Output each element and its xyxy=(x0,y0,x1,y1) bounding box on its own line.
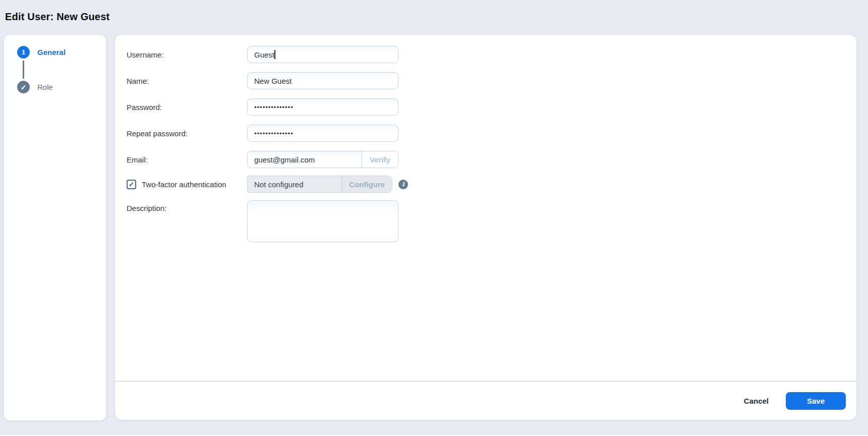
username-row: Username: xyxy=(127,46,845,63)
stepper-step-general[interactable]: 1 General xyxy=(17,46,106,59)
verify-button[interactable]: Verify xyxy=(362,151,398,168)
check-icon: ✓ xyxy=(21,83,27,91)
password-label: Password: xyxy=(127,103,247,112)
stepper-sidebar: 1 General ✓ Role xyxy=(4,35,106,420)
configure-button[interactable]: Configure xyxy=(341,176,392,192)
username-input-wrap xyxy=(247,46,398,63)
step-1-badge: 1 xyxy=(17,46,30,59)
checkmark-icon: ✓ xyxy=(129,180,135,188)
page-title: Edit User: New Guest xyxy=(5,11,109,23)
repeat-password-row: Repeat password: xyxy=(127,125,845,142)
cancel-button[interactable]: Cancel xyxy=(737,393,776,409)
edit-user-form-card: Username: Name: Password: Repeat passwor… xyxy=(115,35,856,420)
two-factor-group: Not configured Configure xyxy=(247,176,392,193)
two-factor-label: Two-factor authentication xyxy=(142,180,226,189)
two-factor-checkbox-cell: ✓ Two-factor authentication xyxy=(127,180,247,189)
step-role-label: Role xyxy=(37,83,53,91)
save-button[interactable]: Save xyxy=(786,392,846,410)
two-factor-status: Not configured xyxy=(248,176,341,192)
password-input[interactable] xyxy=(247,98,398,116)
step-general-label: General xyxy=(37,48,66,57)
description-textarea[interactable] xyxy=(247,200,398,242)
username-label: Username: xyxy=(127,50,247,59)
two-factor-checkbox[interactable]: ✓ xyxy=(127,180,136,189)
stepper: 1 General ✓ Role xyxy=(4,35,106,93)
bottom-strip xyxy=(0,434,868,436)
email-input[interactable] xyxy=(248,151,362,168)
name-label: Name: xyxy=(127,77,247,85)
check-circle-icon: ✓ xyxy=(17,81,30,93)
two-factor-row: ✓ Two-factor authentication Not configur… xyxy=(127,176,845,193)
description-row: Description: xyxy=(127,200,845,242)
name-row: Name: xyxy=(127,72,845,89)
password-row: Password: xyxy=(127,98,845,116)
email-label: Email: xyxy=(127,155,247,164)
description-label: Description: xyxy=(127,200,247,212)
info-icon[interactable]: i xyxy=(398,180,408,189)
stepper-connector xyxy=(23,61,24,79)
general-form: Username: Name: Password: Repeat passwor… xyxy=(127,46,845,251)
email-input-group: Verify xyxy=(247,151,398,168)
repeat-password-input[interactable] xyxy=(247,125,398,142)
name-input[interactable] xyxy=(247,72,398,89)
info-glyph: i xyxy=(402,181,404,188)
repeat-password-label: Repeat password: xyxy=(127,129,247,138)
stepper-step-role[interactable]: ✓ Role xyxy=(17,81,106,93)
step-1-number: 1 xyxy=(22,48,25,56)
form-footer: Cancel Save xyxy=(115,382,856,420)
username-input[interactable] xyxy=(247,46,398,63)
email-row: Email: Verify xyxy=(127,151,845,168)
